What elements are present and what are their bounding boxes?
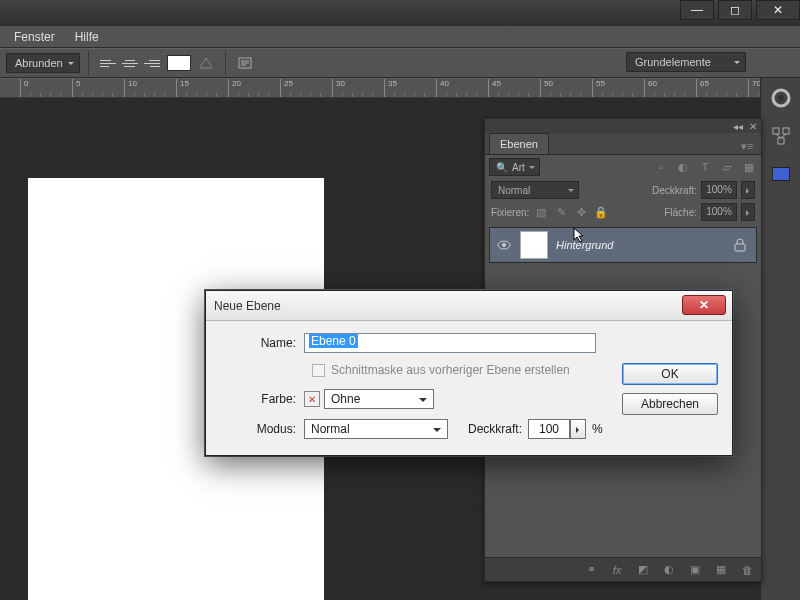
layers-panel-footer: ⚭ fx ◩ ◐ ▣ ▦ 🗑	[485, 557, 761, 581]
filter-smart-icon[interactable]: ▦	[741, 159, 757, 175]
panel-collapse-icon[interactable]: ◂◂	[733, 121, 743, 132]
name-label: Name:	[220, 336, 304, 350]
fx-icon[interactable]: fx	[609, 562, 625, 578]
mesh-icon[interactable]	[767, 122, 795, 150]
panel-menu-icon[interactable]: ▾≡	[739, 138, 755, 154]
clipmask-label: Schnittmaske aus vorheriger Ebene erstel…	[331, 363, 570, 377]
opacity-stepper[interactable]	[741, 181, 755, 199]
fill-stepper[interactable]	[741, 203, 755, 221]
clipmask-checkbox	[312, 364, 325, 377]
minimize-button[interactable]: —	[680, 0, 714, 20]
window-titlebar: — ◻ ✕	[0, 0, 800, 26]
ok-button[interactable]: OK	[622, 363, 718, 385]
swatch-icon[interactable]	[767, 160, 795, 188]
layers-tab[interactable]: Ebenen	[489, 133, 549, 154]
lock-image-icon[interactable]: ✎	[553, 204, 569, 220]
lock-all-icon[interactable]: 🔒	[593, 204, 609, 220]
dialog-opacity-stepper[interactable]	[570, 419, 586, 439]
options-bar: Abrunden Grundelemente	[0, 48, 800, 78]
layer-name-input[interactable]: Ebene 0	[304, 333, 596, 353]
fill-label: Fläche:	[664, 207, 697, 218]
new-layer-icon[interactable]: ▦	[713, 562, 729, 578]
link-icon[interactable]: ⚭	[583, 562, 599, 578]
dialog-opacity-input[interactable]: 100	[528, 419, 570, 439]
adjustment-icon[interactable]: ◐	[661, 562, 677, 578]
svg-point-12	[502, 243, 506, 247]
lock-label: Fixieren:	[491, 207, 529, 218]
align-center-button[interactable]	[119, 52, 141, 74]
layer-thumbnail[interactable]	[520, 231, 548, 259]
maximize-button[interactable]: ◻	[718, 0, 752, 20]
layer-row[interactable]: Hintergrund	[489, 227, 757, 263]
filter-shape-icon[interactable]: ▱	[719, 159, 735, 175]
svg-rect-6	[773, 128, 779, 134]
color-label: Farbe:	[220, 392, 304, 406]
svg-rect-8	[778, 138, 784, 144]
trash-icon[interactable]: 🗑	[739, 562, 755, 578]
menu-fenster[interactable]: Fenster	[4, 28, 65, 46]
panel-close-icon[interactable]: ✕	[749, 121, 757, 132]
pointer-cursor-icon	[572, 226, 588, 244]
layer-color-select[interactable]: Ohne	[324, 389, 434, 409]
fill-value[interactable]: 100%	[701, 203, 737, 221]
lock-transparent-icon[interactable]: ▧	[533, 204, 549, 220]
group-icon[interactable]: ▣	[687, 562, 703, 578]
shape-presets-select[interactable]: Grundelemente	[626, 52, 746, 72]
warp-text-icon[interactable]	[195, 52, 217, 74]
svg-line-10	[781, 134, 786, 138]
mode-label: Modus:	[220, 422, 304, 436]
color-ring-icon[interactable]	[767, 84, 795, 112]
new-layer-dialog: Neue Ebene ✕ Name: Ebene 0 Schnittmaske …	[205, 290, 733, 456]
horizontal-ruler: 0510152025303540455055606570	[0, 78, 760, 98]
lock-position-icon[interactable]: ✥	[573, 204, 589, 220]
align-right-button[interactable]	[141, 52, 163, 74]
filter-text-icon[interactable]: T	[697, 159, 713, 175]
dialog-opacity-label: Deckkraft:	[468, 422, 522, 436]
dialog-titlebar[interactable]: Neue Ebene ✕	[206, 291, 732, 321]
opacity-value[interactable]: 100%	[701, 181, 737, 199]
svg-point-5	[778, 95, 784, 101]
align-left-button[interactable]	[97, 52, 119, 74]
dialog-title: Neue Ebene	[214, 299, 281, 313]
svg-line-9	[776, 134, 781, 138]
dialog-close-button[interactable]: ✕	[682, 295, 726, 315]
svg-rect-13	[735, 244, 745, 251]
right-dock	[760, 78, 800, 600]
blend-mode-select[interactable]: Normal	[491, 181, 579, 199]
opacity-label: Deckkraft:	[652, 185, 697, 196]
paragraph-panel-icon[interactable]	[234, 52, 256, 74]
shape-corner-mode-select[interactable]: Abrunden	[6, 53, 80, 73]
cancel-button[interactable]: Abbrechen	[622, 393, 718, 415]
fill-color-swatch[interactable]	[167, 55, 191, 71]
visibility-toggle-icon[interactable]	[496, 237, 512, 253]
opacity-unit: %	[592, 422, 603, 436]
menu-hilfe[interactable]: Hilfe	[65, 28, 109, 46]
lock-icon	[734, 238, 746, 252]
no-color-icon: ✕	[304, 391, 320, 407]
filter-adjust-icon[interactable]: ◐	[675, 159, 691, 175]
filter-pixel-icon[interactable]: ▫	[653, 159, 669, 175]
menubar: Fenster Hilfe	[0, 26, 800, 48]
blend-mode-select-dialog[interactable]: Normal	[304, 419, 448, 439]
window-close-button[interactable]: ✕	[756, 0, 800, 20]
layer-kind-filter[interactable]: 🔍Art	[489, 158, 540, 176]
svg-rect-7	[783, 128, 789, 134]
mask-icon[interactable]: ◩	[635, 562, 651, 578]
